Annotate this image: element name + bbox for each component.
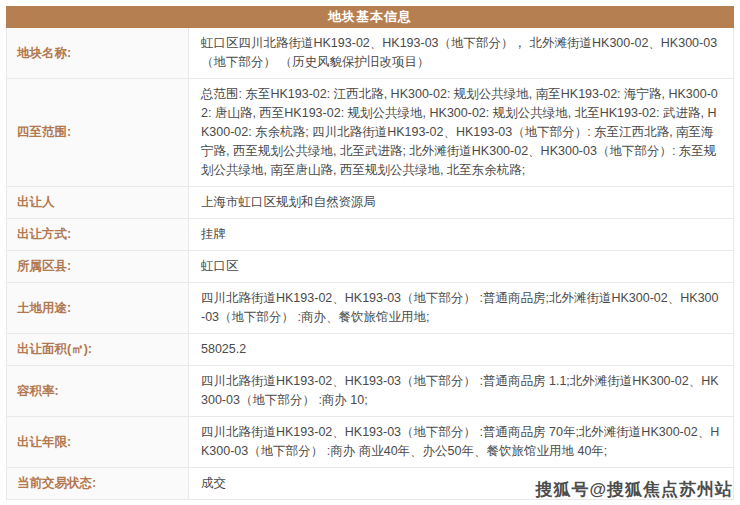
row-label: 出让人 — [7, 187, 189, 218]
table-row: 容积率: 四川北路街道HK193-02、HK193-03（地下部分） :普通商品… — [7, 366, 733, 417]
land-info-table: 地块名称: 虹口区四川北路街道HK193-02、HK193-03（地下部分）， … — [6, 28, 734, 500]
row-value-text: 四川北路街道HK193-02、HK193-03（地下部分） :普通商品房 1.1… — [201, 372, 721, 410]
row-value: 虹口区 — [189, 251, 733, 282]
land-info-panel: 地块基本信息 地块名称: 虹口区四川北路街道HK193-02、HK193-03（… — [6, 6, 734, 500]
row-label: 四至范围: — [7, 79, 189, 186]
row-value: 四川北路街道HK193-02、HK193-03（地下部分） :普通商品房 1.1… — [189, 366, 733, 416]
table-row: 地块名称: 虹口区四川北路街道HK193-02、HK193-03（地下部分）， … — [7, 28, 733, 79]
row-value: 总范围: 东至HK193-02: 江西北路, HK300-02: 规划公共绿地,… — [189, 79, 733, 186]
row-label: 当前交易状态: — [7, 468, 189, 499]
table-row: 所属区县: 虹口区 — [7, 251, 733, 283]
row-value: 挂牌 — [189, 219, 733, 250]
row-label: 容积率: — [7, 366, 189, 416]
sohu-watermark: 搜狐号@搜狐焦点苏州站 — [535, 478, 733, 501]
table-row: 出让年限: 四川北路街道HK193-02、HK193-03（地下部分） :普通商… — [7, 417, 733, 468]
table-row: 四至范围: 总范围: 东至HK193-02: 江西北路, HK300-02: 规… — [7, 79, 733, 187]
row-value-text: 58025.2 — [201, 340, 246, 359]
row-value-text: 虹口区 — [201, 257, 239, 276]
table-row: 出让面积(㎡): 58025.2 — [7, 334, 733, 366]
row-label: 出让年限: — [7, 417, 189, 467]
row-value-text: 四川北路街道HK193-02、HK193-03（地下部分） :普通商品房;北外滩… — [201, 289, 721, 327]
table-row: 土地用途: 四川北路街道HK193-02、HK193-03（地下部分） :普通商… — [7, 283, 733, 334]
row-value: 58025.2 — [189, 334, 733, 365]
row-value: 四川北路街道HK193-02、HK193-03（地下部分） :普通商品房;北外滩… — [189, 283, 733, 333]
row-label: 出让面积(㎡): — [7, 334, 189, 365]
row-value: 上海市虹口区规划和自然资源局 — [189, 187, 733, 218]
row-value: 虹口区四川北路街道HK193-02、HK193-03（地下部分）， 北外滩街道H… — [189, 28, 733, 78]
panel-title: 地块基本信息 — [6, 6, 734, 28]
row-value-text: 四川北路街道HK193-02、HK193-03（地下部分） :普通商品房 70年… — [201, 423, 721, 461]
row-value-text: 成交 — [201, 474, 226, 493]
table-row: 出让人 上海市虹口区规划和自然资源局 — [7, 187, 733, 219]
row-label: 出让方式: — [7, 219, 189, 250]
row-value-text: 虹口区四川北路街道HK193-02、HK193-03（地下部分）， 北外滩街道H… — [201, 34, 721, 72]
row-value-text: 上海市虹口区规划和自然资源局 — [201, 193, 376, 212]
table-row: 出让方式: 挂牌 — [7, 219, 733, 251]
row-label: 所属区县: — [7, 251, 189, 282]
row-label: 地块名称: — [7, 28, 189, 78]
row-value-text: 挂牌 — [201, 225, 226, 244]
row-value-text: 总范围: 东至HK193-02: 江西北路, HK300-02: 规划公共绿地,… — [201, 85, 721, 180]
row-value: 四川北路街道HK193-02、HK193-03（地下部分） :普通商品房 70年… — [189, 417, 733, 467]
row-label: 土地用途: — [7, 283, 189, 333]
